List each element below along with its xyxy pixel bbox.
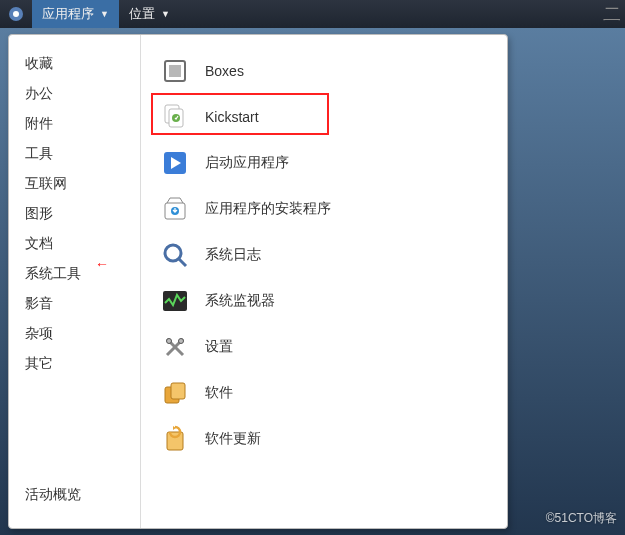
settings-icon	[159, 331, 191, 363]
app-kickstart[interactable]: Kickstart	[151, 95, 497, 139]
category-internet[interactable]: 互联网	[9, 169, 140, 199]
app-label: 系统监视器	[205, 292, 275, 310]
app-software[interactable]: 软件	[151, 371, 497, 415]
svg-rect-18	[171, 383, 185, 399]
applications-menu-dropdown: 收藏 办公 附件 工具 互联网 图形 文档 系统工具 影音 杂项 其它 活动概览…	[8, 34, 508, 529]
menu-places-label: 位置	[129, 5, 155, 23]
software-icon	[159, 377, 191, 409]
app-label: 设置	[205, 338, 233, 356]
app-label: 软件更新	[205, 430, 261, 448]
app-label: 系统日志	[205, 246, 261, 264]
category-tools[interactable]: 工具	[9, 139, 140, 169]
system-monitor-icon	[159, 285, 191, 317]
boxes-icon	[159, 55, 191, 87]
category-sundry[interactable]: 杂项	[9, 319, 140, 349]
svg-point-10	[165, 245, 181, 261]
app-label: 启动应用程序	[205, 154, 289, 172]
app-logs[interactable]: 系统日志	[151, 233, 497, 277]
app-software-installer[interactable]: 应用程序的安装程序	[151, 187, 497, 231]
app-software-update[interactable]: 软件更新	[151, 417, 497, 461]
startup-icon	[159, 147, 191, 179]
svg-point-1	[13, 11, 19, 17]
category-documentation[interactable]: 文档	[9, 229, 140, 259]
top-panel: 应用程序 ▼ 位置 ▼ 二	[0, 0, 625, 28]
app-boxes[interactable]: Boxes	[151, 49, 497, 93]
category-graphics[interactable]: 图形	[9, 199, 140, 229]
category-activities[interactable]: 活动概览	[9, 479, 140, 518]
chevron-down-icon: ▼	[100, 9, 109, 19]
menu-applications-label: 应用程序	[42, 5, 94, 23]
category-office[interactable]: 办公	[9, 79, 140, 109]
category-list: 收藏 办公 附件 工具 互联网 图形 文档 系统工具 影音 杂项 其它 活动概览…	[9, 35, 141, 528]
svg-line-11	[179, 259, 186, 266]
system-logo-icon	[8, 6, 24, 22]
app-system-monitor[interactable]: 系统监视器	[151, 279, 497, 323]
app-label: Boxes	[205, 63, 244, 79]
window-edge-marker: 二	[605, 0, 625, 28]
svg-point-16	[179, 339, 184, 344]
category-sound-video[interactable]: 影音	[9, 289, 140, 319]
watermark: ©51CTO博客	[546, 510, 617, 527]
app-label: 软件	[205, 384, 233, 402]
svg-point-15	[167, 339, 172, 344]
app-label: Kickstart	[205, 109, 259, 125]
kickstart-icon	[159, 101, 191, 133]
menu-applications[interactable]: 应用程序 ▼	[32, 0, 119, 28]
app-startup-applications[interactable]: 启动应用程序	[151, 141, 497, 185]
category-other[interactable]: 其它	[9, 349, 140, 379]
category-system-tools[interactable]: 系统工具	[9, 259, 140, 289]
chevron-down-icon: ▼	[161, 9, 170, 19]
app-settings[interactable]: 设置	[151, 325, 497, 369]
software-installer-icon	[159, 193, 191, 225]
logs-icon	[159, 239, 191, 271]
app-label: 应用程序的安装程序	[205, 200, 331, 218]
menu-places[interactable]: 位置 ▼	[119, 0, 180, 28]
category-accessories[interactable]: 附件	[9, 109, 140, 139]
software-update-icon	[159, 423, 191, 455]
category-favorites[interactable]: 收藏	[9, 49, 140, 79]
application-list: Boxes Kickstart 启动应用程序 应用程序的安装程序 系统日志	[141, 35, 507, 528]
svg-rect-3	[169, 65, 181, 77]
